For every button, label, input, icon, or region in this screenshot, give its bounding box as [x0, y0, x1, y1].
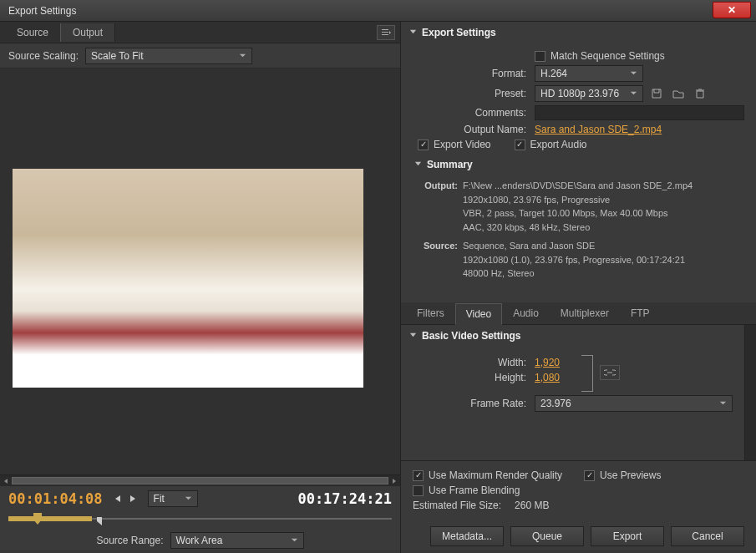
timeline-range[interactable] [8, 516, 92, 521]
time-row: 00:01:04:08 Fit 00:17:24:21 [0, 486, 400, 511]
preview-panel: Source Output Source Scaling: Scale To F… [0, 22, 401, 553]
frame-blending-label: Use Frame Blending [429, 485, 520, 496]
framerate-value: 23.976 [540, 398, 571, 409]
export-video-checkbox[interactable] [418, 140, 429, 150]
collapse-icon [409, 330, 417, 342]
summary-output-text: F:\New ...enders\DVD\SDE\Sara and Jason … [463, 179, 739, 234]
chevron-down-icon [291, 535, 298, 546]
out-point-icon[interactable] [97, 516, 104, 525]
export-audio-label: Export Audio [530, 139, 587, 150]
filesize-value: 260 MB [515, 500, 549, 511]
summary-title: Summary [427, 159, 473, 170]
filesize-label: Estimated File Size: [413, 500, 501, 511]
preset-label: Preset: [401, 88, 535, 99]
zoom-dropdown[interactable]: Fit [148, 490, 198, 507]
height-label: Height: [401, 372, 535, 383]
max-quality-checkbox[interactable] [413, 470, 424, 481]
source-range-label: Source Range: [96, 535, 163, 546]
tab-ftp[interactable]: FTP [620, 302, 661, 324]
preset-dropdown[interactable]: HD 1080p 23.976 [535, 85, 643, 102]
output-name-label: Output Name: [401, 124, 535, 135]
summary-source-label: Source: [418, 239, 463, 281]
framerate-dropdown[interactable]: 23.976 [535, 395, 733, 412]
source-scaling-label: Source Scaling: [8, 50, 79, 62]
height-value[interactable]: 1,080 [535, 372, 560, 383]
summary-output-label: Output: [418, 179, 463, 234]
scaling-row: Source Scaling: Scale To Fit [0, 43, 400, 68]
play-forward-icon[interactable] [126, 492, 140, 505]
summary-block: Output: F:\New ...enders\DVD\SDE\Sara an… [401, 175, 756, 292]
summary-source-text: Sequence, Sara and Jason SDE 1920x1080 (… [463, 239, 739, 281]
source-range-dropdown[interactable]: Work Area [170, 532, 304, 549]
tab-output[interactable]: Output [60, 23, 115, 42]
tab-source[interactable]: Source [5, 23, 60, 42]
close-button[interactable]: ✕ [713, 2, 751, 18]
playhead-icon[interactable] [33, 513, 42, 525]
framerate-label: Frame Rate: [401, 398, 535, 409]
timeline[interactable] [0, 511, 400, 528]
preview-area [0, 68, 400, 474]
scroll-right-icon[interactable] [388, 475, 400, 487]
title-bar: Export Settings ✕ [0, 0, 756, 22]
settings-panel: Export Settings Match Sequence Settings … [401, 22, 756, 553]
export-audio-checkbox[interactable] [515, 140, 525, 150]
format-label: Format: [401, 68, 535, 79]
timecode-in[interactable]: 00:01:04:08 [8, 490, 103, 507]
tab-filters[interactable]: Filters [406, 302, 455, 324]
collapse-icon [414, 159, 422, 170]
source-range-value: Work Area [176, 535, 223, 546]
format-dropdown[interactable]: H.264 [535, 65, 643, 82]
collapse-icon [409, 27, 417, 38]
close-icon: ✕ [728, 4, 736, 16]
match-sequence-checkbox[interactable] [535, 51, 545, 62]
timecode-duration: 00:17:24:21 [297, 490, 392, 507]
source-range-row: Source Range: Work Area [0, 528, 400, 553]
width-value[interactable]: 1,920 [535, 357, 560, 368]
format-value: H.264 [540, 68, 567, 79]
basic-video-title: Basic Video Settings [422, 330, 520, 342]
window-title: Export Settings [8, 5, 76, 17]
frame-blending-checkbox[interactable] [413, 485, 424, 496]
comments-input[interactable] [535, 105, 744, 120]
tab-multiplexer[interactable]: Multiplexer [550, 302, 620, 324]
use-previews-checkbox[interactable] [584, 470, 595, 481]
scrollbar-thumb[interactable] [12, 477, 388, 485]
settings-tabs: Filters Video Audio Multiplexer FTP [401, 302, 756, 325]
source-scaling-value: Scale To Fit [91, 50, 143, 62]
cancel-button[interactable]: Cancel [671, 526, 744, 546]
export-settings-header[interactable]: Export Settings [401, 22, 756, 43]
chevron-down-icon [630, 68, 637, 79]
summary-header[interactable]: Summary [401, 154, 756, 175]
scroll-left-icon[interactable] [0, 475, 12, 487]
panel-menu-icon[interactable] [377, 25, 395, 40]
video-settings-scrollbar[interactable] [744, 325, 756, 461]
link-dimensions-icon[interactable] [600, 365, 620, 380]
basic-video-header[interactable]: Basic Video Settings [401, 325, 744, 347]
bottom-options: Use Maximum Render Quality Use Previews … [401, 460, 756, 520]
save-preset-icon[interactable] [648, 86, 665, 101]
chevron-down-icon [239, 50, 246, 62]
tab-video[interactable]: Video [455, 303, 502, 325]
output-name-link[interactable]: Sara and Jason SDE_2.mp4 [535, 124, 662, 135]
export-settings-title: Export Settings [422, 27, 496, 38]
play-controls [111, 492, 140, 505]
play-back-icon[interactable] [111, 492, 124, 505]
export-button[interactable]: Export [591, 526, 664, 546]
delete-preset-icon[interactable] [692, 86, 708, 101]
export-video-label: Export Video [434, 139, 491, 150]
chevron-down-icon [719, 398, 727, 409]
preview-scrollbar[interactable] [0, 474, 400, 486]
import-preset-icon[interactable] [670, 86, 687, 101]
match-sequence-label: Match Sequence Settings [551, 50, 665, 62]
metadata-button[interactable]: Metadata... [430, 526, 504, 546]
video-preview[interactable] [13, 169, 363, 388]
comments-label: Comments: [401, 107, 535, 119]
tab-audio[interactable]: Audio [502, 302, 550, 324]
chevron-down-icon [185, 493, 192, 505]
source-scaling-dropdown[interactable]: Scale To Fit [85, 48, 252, 64]
chevron-down-icon [630, 88, 637, 99]
zoom-value: Fit [154, 493, 165, 505]
link-bracket [581, 355, 593, 392]
max-quality-label: Use Maximum Render Quality [429, 469, 562, 481]
queue-button[interactable]: Queue [510, 526, 584, 546]
